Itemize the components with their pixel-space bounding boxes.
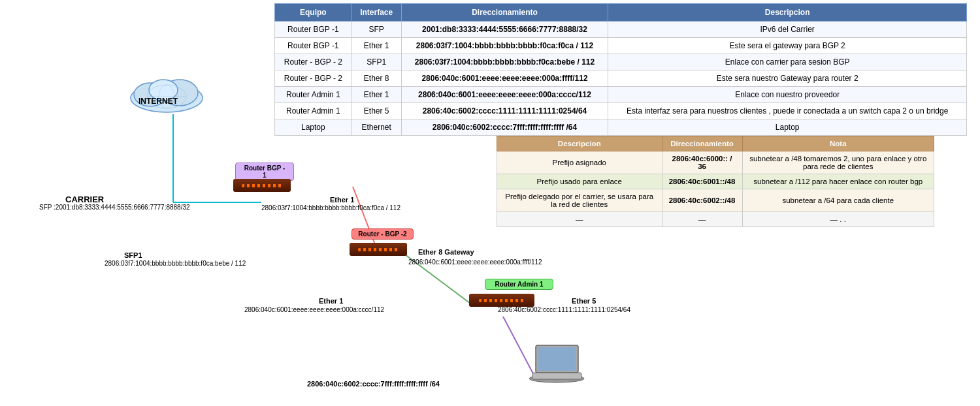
table-cell-interface: Ether 1 xyxy=(351,87,401,103)
table-cell-interface: SFP xyxy=(351,22,401,38)
sec-cell-nota: subnetear a /112 para hacer enlace con r… xyxy=(742,174,934,189)
table-cell-direccionamiento: 2806:03f7:1004:bbbb:bbbb:bbbb:f0ca:f0ca … xyxy=(401,38,608,54)
sec-cell-direccionamiento: — xyxy=(662,212,742,227)
ether1-bgp1-label: Ether 1 xyxy=(330,196,354,204)
table-cell-descripcion: Enlace con carrier para sesion BGP xyxy=(608,54,967,70)
sec-table-row: Prefijo usado para enlace2806:40c:6001::… xyxy=(497,174,934,189)
col-interface: Interface xyxy=(351,4,401,22)
sfp1-addr: 2806:03f7:1004:bbbb:bbbb:bbbb:f0ca:bebe … xyxy=(105,260,246,267)
sec-table-row: Prefijo asignado2806:40c:6000:: / 36subn… xyxy=(497,151,934,174)
sec-cell-direccionamiento: 2806:40c:6000:: / 36 xyxy=(662,151,742,174)
sec-col-nota: Nota xyxy=(742,136,934,151)
table-cell-descripcion: Este sera nuestro Gateway para router 2 xyxy=(608,70,967,87)
table-cell-equipo: Router Admin 1 xyxy=(275,87,352,103)
table-cell-descripcion: IPv6 del Carrier xyxy=(608,22,967,38)
router-admin1-device xyxy=(469,294,534,307)
ether5-label: Ether 5 xyxy=(572,297,596,305)
router-bgp2-badge: Router - BGP -2 xyxy=(351,228,414,240)
table-row: Router - BGP - 2SFP12806:03f7:1004:bbbb:… xyxy=(275,54,967,70)
sec-table: Descripcion Direccionamiento Nota Prefij… xyxy=(497,136,934,227)
ether8-gw-addr: 2806:040c:6001:eeee:eeee:eeee:000a:ffff/… xyxy=(408,258,542,266)
internet-label: INTERNET xyxy=(139,97,178,106)
table-cell-equipo: Router BGP -1 xyxy=(275,22,352,38)
sfp1-label: SFP1 xyxy=(124,251,142,259)
router-bgp1-badge: Router BGP -1 xyxy=(235,163,294,181)
ether1-admin1-label: Ether 1 xyxy=(319,297,343,305)
sec-cell-direccionamiento: 2806:40c:6001::/48 xyxy=(662,174,742,189)
laptop-device xyxy=(529,344,588,389)
ether1-admin1-addr: 2806:040c:6001:eeee:eeee:eeee:000a:cccc/… xyxy=(244,306,384,313)
table-row: Router BGP -1Ether 12806:03f7:1004:bbbb:… xyxy=(275,38,967,54)
ether1-bgp1-addr: 2806:03f7:1004:bbbb:bbbb:bbbb:f0ca:f0ca … xyxy=(261,204,400,211)
table-cell-interface: Ether 1 xyxy=(351,38,401,54)
col-equipo: Equipo xyxy=(275,4,352,22)
sec-cell-descripcion: Prefijo asignado xyxy=(497,151,662,174)
col-direccionamiento: Direccionamiento xyxy=(401,4,608,22)
ether8-gw-label: Ether 8 Gateway xyxy=(418,248,474,256)
table-cell-descripcion: Enlace con nuestro proveedor xyxy=(608,87,967,103)
sec-col-desc: Descripcion xyxy=(497,136,662,151)
table-cell-direccionamiento: 2806:040c:6001:eeee:eeee:eeee:000a:ffff/… xyxy=(401,70,608,87)
table-cell-direccionamiento: 2001:db8:3333:4444:5555:6666:7777:8888/3… xyxy=(401,22,608,38)
router-bgp1-device xyxy=(233,179,291,192)
table-row: Router - BGP - 2Ether 82806:040c:6001:ee… xyxy=(275,70,967,87)
sec-cell-nota: — . . xyxy=(742,212,934,227)
laptop-addr: 2806:040c:6002:cccc:7fff:ffff:ffff:ffff … xyxy=(307,380,440,388)
table-cell-direccionamiento: 2806:03f7:1004:bbbb:bbbb:bbbb:f0ca:bebe … xyxy=(401,54,608,70)
table-cell-equipo: Router Admin 1 xyxy=(275,103,352,119)
table-cell-equipo: Router BGP -1 xyxy=(275,38,352,54)
sec-table-row: ——— . . xyxy=(497,212,934,227)
col-descripcion: Descripcion xyxy=(608,4,967,22)
sec-cell-descripcion: Prefijo usado para enlace xyxy=(497,174,662,189)
table-cell-equipo: Laptop xyxy=(275,119,352,136)
table-cell-interface: Ether 5 xyxy=(351,103,401,119)
svg-rect-13 xyxy=(538,347,576,371)
table-cell-descripcion: Laptop xyxy=(608,119,967,136)
table-cell-interface: Ether 8 xyxy=(351,70,401,87)
router-bgp2-device xyxy=(350,243,407,256)
table-cell-interface: SFP1 xyxy=(351,54,401,70)
table-cell-direccionamiento: 2806:040c:6001:eeee:eeee:eeee:000a:cccc/… xyxy=(401,87,608,103)
table-row: Router Admin 1Ether 52806:40c:6002:cccc:… xyxy=(275,103,967,119)
sec-cell-descripcion: Prefijo delegado por el carrier, se usar… xyxy=(497,189,662,212)
table-row: Router BGP -1SFP2001:db8:3333:4444:5555:… xyxy=(275,22,967,38)
ether5-addr: 2806:40c:6002:cccc:1111:1111:1111:0254/6… xyxy=(498,306,630,313)
sec-cell-descripcion: — xyxy=(497,212,662,227)
sec-table-row: Prefijo delegado por el carrier, se usar… xyxy=(497,189,934,212)
carrier-label: CARRIER xyxy=(65,195,104,204)
table-cell-descripcion: Esta interfaz sera para nuestros cliente… xyxy=(608,103,967,119)
table-cell-direccionamiento: 2806:040c:6002:cccc:7fff:ffff:ffff:ffff … xyxy=(401,119,608,136)
carrier-sfp-label: SFP :2001:db8:3333:4444:5555:6666:7777:8… xyxy=(39,204,190,211)
table-cell-equipo: Router - BGP - 2 xyxy=(275,70,352,87)
router-admin1-badge: Router Admin 1 xyxy=(485,279,553,290)
internet-cloud xyxy=(124,65,209,117)
table-row: LaptopEthernet2806:040c:6002:cccc:7fff:f… xyxy=(275,119,967,136)
sec-col-dir: Direccionamiento xyxy=(662,136,742,151)
sec-cell-direccionamiento: 2806:40c:6002::/48 xyxy=(662,189,742,212)
main-table: Equipo Interface Direccionamiento Descri… xyxy=(274,3,967,136)
table-cell-equipo: Router - BGP - 2 xyxy=(275,54,352,70)
table-cell-direccionamiento: 2806:40c:6002:cccc:1111:1111:1111:0254/6… xyxy=(401,103,608,119)
table-cell-descripcion: Este sera el gateway para BGP 2 xyxy=(608,38,967,54)
sec-cell-nota: subnetear a /48 tomaremos 2, uno para en… xyxy=(742,151,934,174)
svg-rect-15 xyxy=(532,373,581,379)
table-cell-interface: Ethernet xyxy=(351,119,401,136)
table-row: Router Admin 1Ether 12806:040c:6001:eeee… xyxy=(275,87,967,103)
sec-cell-nota: subnetear a /64 para cada cliente xyxy=(742,189,934,212)
